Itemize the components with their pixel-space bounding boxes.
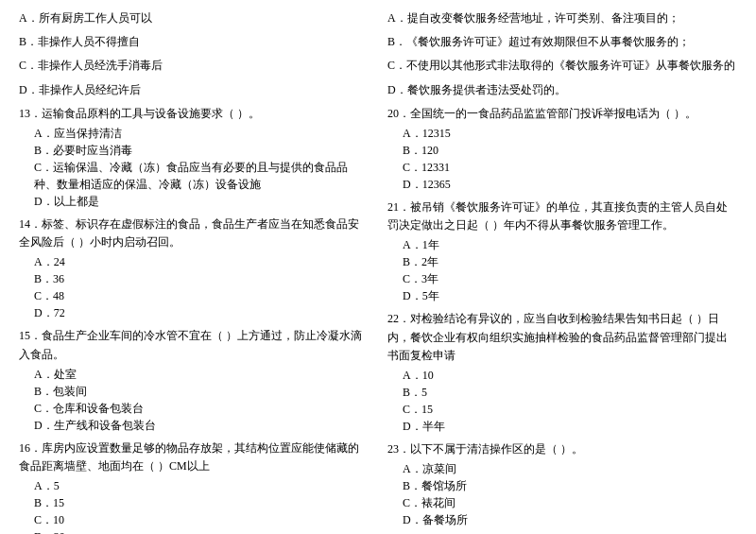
option-rd: D．餐饮服务提供者违法受处罚的。 — [387, 81, 737, 99]
question-20: 20．全国统一的一食品药品监监管部门投诉举报电话为（ ）。 A．12315 B．… — [387, 105, 737, 193]
q20-option-b: B．120 — [387, 142, 737, 159]
question-23: 23．以下不属于清洁操作区的是（ ）。 A．凉菜间 B．餐馆场所 C．裱花间 D… — [387, 440, 737, 528]
q16-option-c: C．10 — [19, 511, 369, 528]
question-13-text: 13．运输食品原料的工具与设备设施要求（ ）。 — [19, 105, 369, 123]
option-rc-text: C．不使用以其他形式非法取得的《餐饮服务许可证》从事餐饮服务的 — [387, 57, 737, 75]
question-21: 21．被吊销《餐饮服务许可证》的单位，其直接负责的主管人员自处罚决定做出之日起（… — [387, 198, 737, 304]
q13-option-c: C．运输保温、冷藏（冻）食品应当有必要的且与提供的食品品种、数量相适应的保温、冷… — [19, 159, 369, 193]
question-14-text: 14．标签、标识存在虚假标注的食品，食品生产者应当在知悉食品安全风险后（ ）小时… — [19, 215, 369, 251]
q15-option-d: D．生产线和设备包装台 — [19, 417, 369, 434]
q14-option-d: D．72 — [19, 304, 369, 321]
question-15: 15．食品生产企业车间的冷水管不宜在（ ）上方通过，防止冷凝水滴入食品。 A．处… — [19, 327, 369, 433]
question-20-text: 20．全国统一的一食品药品监监管部门投诉举报电话为（ ）。 — [387, 105, 737, 123]
option-c1-text: C．非操作人员经洗手消毒后 — [19, 57, 369, 75]
option-d1: D．非操作人员经纪许后 — [19, 81, 369, 99]
q15-option-b: B．包装间 — [19, 383, 369, 400]
question-22: 22．对检验结论有异议的，应当自收到检验结果告知书日起（ ）日内，餐饮企业有权向… — [387, 310, 737, 435]
option-rb-text: B．《餐饮服务许可证》超过有效期限但不从事餐饮服务的； — [387, 33, 737, 51]
option-rd-text: D．餐饮服务提供者违法受处罚的。 — [387, 81, 737, 99]
option-rb: B．《餐饮服务许可证》超过有效期限但不从事餐饮服务的； — [387, 33, 737, 51]
option-ra-text: A．提自改变餐饮服务经营地址，许可类别、备注项目的； — [387, 9, 737, 27]
question-15-text: 15．食品生产企业车间的冷水管不宜在（ ）上方通过，防止冷凝水滴入食品。 — [19, 327, 369, 363]
question-21-text: 21．被吊销《餐饮服务许可证》的单位，其直接负责的主管人员自处罚决定做出之日起（… — [387, 198, 737, 234]
q22-option-b: B．5 — [387, 384, 737, 401]
left-column: A．所有厨房工作人员可以 B．非操作人员不得擅自 C．非操作人员经洗手消毒后 D… — [19, 9, 369, 534]
exam-page: A．所有厨房工作人员可以 B．非操作人员不得擅自 C．非操作人员经洗手消毒后 D… — [19, 9, 737, 534]
q21-option-b: B．2年 — [387, 253, 737, 270]
q21-option-a: A．1年 — [387, 236, 737, 253]
q22-option-c: C．15 — [387, 401, 737, 418]
q23-option-b: B．餐馆场所 — [387, 477, 737, 494]
q21-option-c: C．3年 — [387, 270, 737, 287]
q13-option-d: D．以上都是 — [19, 193, 369, 210]
right-column: A．提自改变餐饮服务经营地址，许可类别、备注项目的； B．《餐饮服务许可证》超过… — [387, 9, 737, 534]
q20-option-a: A．12315 — [387, 125, 737, 142]
q23-option-c: C．裱花间 — [387, 494, 737, 511]
q22-option-d: D．半年 — [387, 418, 737, 435]
option-a1: A．所有厨房工作人员可以 — [19, 9, 369, 27]
q22-option-a: A．10 — [387, 367, 737, 384]
question-23-text: 23．以下不属于清洁操作区的是（ ）。 — [387, 440, 737, 458]
question-22-text: 22．对检验结论有异议的，应当自收到检验结果告知书日起（ ）日内，餐饮企业有权向… — [387, 310, 737, 365]
q16-option-d: D．20 — [19, 528, 369, 534]
q13-option-a: A．应当保持清洁 — [19, 125, 369, 142]
question-14: 14．标签、标识存在虚假标注的食品，食品生产者应当在知悉食品安全风险后（ ）小时… — [19, 215, 369, 321]
question-13: 13．运输食品原料的工具与设备设施要求（ ）。 A．应当保持清洁 B．必要时应当… — [19, 105, 369, 210]
q20-option-d: D．12365 — [387, 176, 737, 193]
q13-option-b: B．必要时应当消毒 — [19, 142, 369, 159]
q23-option-a: A．凉菜间 — [387, 460, 737, 477]
q15-option-a: A．处室 — [19, 366, 369, 383]
q16-option-b: B．15 — [19, 494, 369, 511]
option-rc: C．不使用以其他形式非法取得的《餐饮服务许可证》从事餐饮服务的 — [387, 57, 737, 75]
q20-option-c: C．12331 — [387, 159, 737, 176]
question-16-text: 16．库房内应设置数量足够的物品存放架，其结构位置应能使储藏的食品距离墙壁、地面… — [19, 439, 369, 475]
option-b1-text: B．非操作人员不得擅自 — [19, 33, 369, 51]
q14-option-c: C．48 — [19, 287, 369, 304]
q21-option-d: D．5年 — [387, 287, 737, 304]
option-a1-text: A．所有厨房工作人员可以 — [19, 9, 369, 27]
option-ra: A．提自改变餐饮服务经营地址，许可类别、备注项目的； — [387, 9, 737, 27]
q16-option-a: A．5 — [19, 477, 369, 494]
option-b1: B．非操作人员不得擅自 — [19, 33, 369, 51]
option-d1-text: D．非操作人员经纪许后 — [19, 81, 369, 99]
q14-option-a: A．24 — [19, 253, 369, 270]
q23-option-d: D．备餐场所 — [387, 511, 737, 528]
question-16: 16．库房内应设置数量足够的物品存放架，其结构位置应能使储藏的食品距离墙壁、地面… — [19, 439, 369, 534]
q14-option-b: B．36 — [19, 270, 369, 287]
q15-option-c: C．仓库和设备包装台 — [19, 400, 369, 417]
option-c1: C．非操作人员经洗手消毒后 — [19, 57, 369, 75]
